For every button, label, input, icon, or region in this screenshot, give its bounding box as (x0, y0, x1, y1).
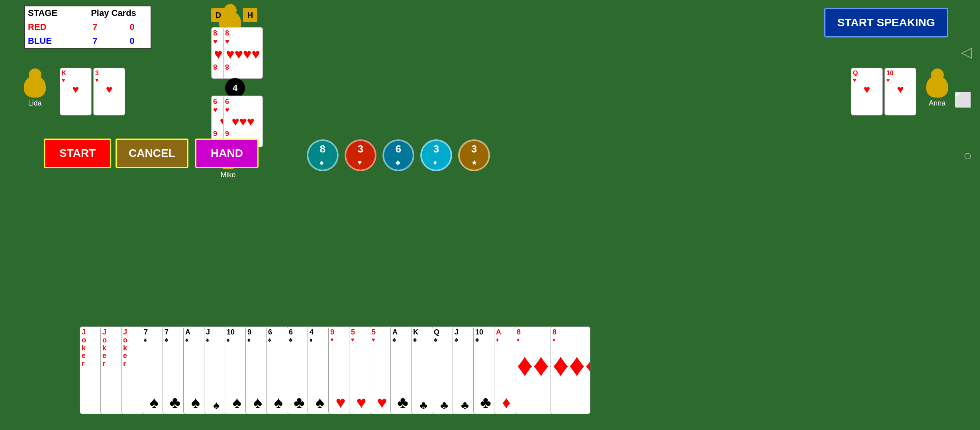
anna-avatar (926, 76, 948, 98)
scoreboard-play-header: Play Cards (76, 6, 151, 20)
anna-card-2[interactable]: 10 ♥ ♥ (884, 68, 916, 115)
scoreboard-stage-header: STAGE (25, 6, 76, 20)
nav-back-icon[interactable]: ◁ (961, 44, 972, 61)
nav-expand-icon[interactable]: ⬜ (954, 92, 972, 108)
lida-card2-suit: ♥ (95, 77, 123, 83)
token-joker-3: 3★ (458, 139, 490, 171)
lida-card-2[interactable]: 3 ♥ ♥ (93, 68, 125, 115)
token-diamond-3: 3♦ (420, 139, 452, 171)
player-anna: Anna (926, 76, 948, 108)
lida-label: Lida (28, 99, 41, 108)
anna-label: Anna (929, 99, 945, 108)
cancel-button[interactable]: CANCEL (116, 139, 188, 168)
team-blue-score2: 0 (114, 34, 151, 48)
start-speaking-button[interactable]: START SPEAKING (824, 8, 948, 37)
team-red-score1: 7 (76, 20, 114, 34)
team-blue-score1: 7 (76, 34, 114, 48)
mike-label: Mike (220, 171, 235, 179)
hand-badge: H (243, 8, 257, 22)
lida-avatar (24, 76, 46, 98)
badge-h: H (243, 8, 257, 22)
lida-card2-rank: 3 (95, 70, 123, 77)
team-blue-label: BLUE (25, 34, 76, 48)
lida-card1-rank: K (62, 70, 90, 77)
hand-card-8d-1[interactable]: 8 ♦ ♦♦♦ (515, 326, 555, 414)
count-badge: 4 (225, 78, 245, 98)
player-lida: Lida (24, 76, 46, 108)
team-red-label: RED (25, 20, 76, 34)
scoreboard: STAGE Play Cards RED 7 0 BLUE 7 0 (24, 6, 151, 49)
nav-circle-icon[interactable]: ○ (963, 147, 972, 164)
token-heart-3: 3♥ (345, 139, 376, 171)
top-center-cards: 8 ♥ ♥♥♥♥ 8 8 ♥ ♥♥♥♥ 8 (211, 27, 263, 83)
lida-card1-suit: ♥ (62, 77, 90, 83)
start-button[interactable]: START (44, 139, 111, 168)
card-8h-2[interactable]: 8 ♥ ♥♥♥♥ 8 (223, 27, 263, 79)
lida-cards: K ♥ ♥ 3 ♥ ♥ (60, 68, 125, 115)
token-spade-8: 8♠ (307, 139, 339, 171)
anna-card-1[interactable]: Q ♥ ♥ (851, 68, 883, 115)
team-red-score2: 0 (114, 20, 151, 34)
hand-button[interactable]: HAND (195, 139, 259, 168)
hand-card-8d-2[interactable]: 8 ♦ ♦♦♦ (551, 326, 590, 414)
anna-cards: Q ♥ ♥ 10 ♥ ♥ (851, 68, 916, 115)
token-club-6: 6♣ (382, 139, 414, 171)
lida-card-1[interactable]: K ♥ ♥ (60, 68, 92, 115)
hand-container: Joker Joker Joker 7 ♠ ♠ 7 ♣ ♣ A ♠ ♠ J ♠ … (80, 326, 590, 422)
